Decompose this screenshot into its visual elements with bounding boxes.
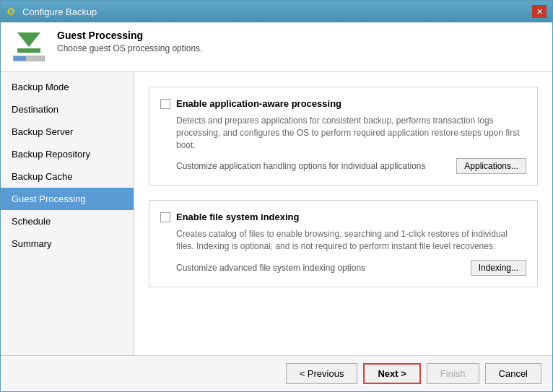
file-indexing-title: Enable file system indexing [176,212,300,222]
main-content: Enable application-aware processing Dete… [134,72,552,355]
header-title: Guest Processing [57,30,202,41]
configure-backup-window: ⚙ Configure Backup ✕ Guest Processing Ch… [0,0,553,392]
header-section: Guest Processing Choose guest OS process… [1,22,552,72]
progress-fill [14,56,26,61]
app-aware-header: Enable application-aware processing [160,98,526,109]
sidebar-item-backup-mode[interactable]: Backup Mode [1,76,134,98]
content-area: Backup Mode Destination Backup Server Ba… [1,72,552,355]
file-indexing-customize-text: Customize advanced file system indexing … [176,263,365,273]
file-indexing-checkbox[interactable] [160,212,170,222]
header-text: Guest Processing Choose guest OS process… [57,30,202,53]
sidebar-item-destination[interactable]: Destination [1,98,134,121]
title-bar-left: ⚙ Configure Backup [6,6,97,17]
window-title: Configure Backup [22,6,97,17]
finish-button[interactable]: Finish [427,363,479,384]
file-indexing-customize: Customize advanced file system indexing … [176,260,526,276]
close-button[interactable]: ✕ [532,5,547,18]
app-aware-description: Detects and prepares applications for co… [176,115,526,151]
cancel-button[interactable]: Cancel [485,363,541,384]
title-bar: ⚙ Configure Backup ✕ [1,1,552,22]
file-indexing-description: Creates catalog of files to enable brows… [176,228,526,253]
app-aware-section: Enable application-aware processing Dete… [149,87,538,186]
gear-icon: ⚙ [6,6,18,17]
sidebar-item-guest-processing[interactable]: Guest Processing [1,188,134,210]
app-aware-customize-text: Customize application handling options f… [176,161,426,171]
app-aware-title: Enable application-aware processing [176,98,341,109]
sidebar-item-schedule[interactable]: Schedule [1,210,134,232]
sidebar-item-backup-cache[interactable]: Backup Cache [1,165,134,188]
app-aware-checkbox[interactable] [160,99,170,109]
header-description: Choose guest OS processing options. [57,43,202,53]
app-aware-customize: Customize application handling options f… [176,158,526,174]
sidebar-item-summary[interactable]: Summary [1,232,134,255]
progress-bar [13,56,45,61]
download-arrow-icon [17,32,40,47]
file-indexing-header: Enable file system indexing [160,212,526,222]
download-bar-icon [17,48,40,53]
sidebar-item-backup-server[interactable]: Backup Server [1,121,134,143]
previous-button[interactable]: < Previous [286,363,358,384]
footer: < Previous Next > Finish Cancel [1,355,552,391]
header-icon [12,30,46,64]
applications-button[interactable]: Applications... [456,158,526,174]
sidebar: Backup Mode Destination Backup Server Ba… [1,72,134,355]
next-button[interactable]: Next > [363,363,420,384]
file-indexing-section: Enable file system indexing Creates cata… [149,200,538,287]
sidebar-item-backup-repository[interactable]: Backup Repository [1,143,134,165]
indexing-button[interactable]: Indexing... [471,260,526,276]
